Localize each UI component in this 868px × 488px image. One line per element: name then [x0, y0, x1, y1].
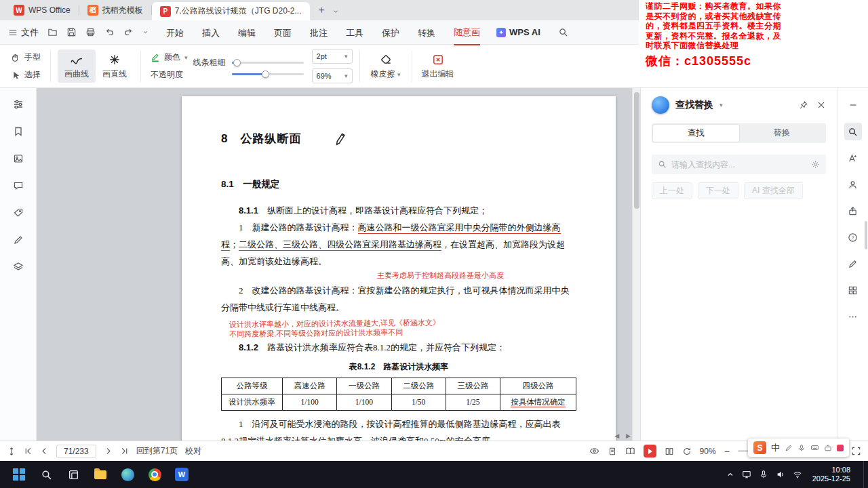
previous-page-icon[interactable] — [40, 447, 49, 455]
document-page[interactable]: 8 公路纵断面 8.1 一般规定 8.1.1 纵断面上的设计高程，即路基设计高程… — [182, 96, 616, 441]
draw-line-button[interactable]: 画直线 — [96, 49, 134, 83]
collapse-panel-icon[interactable] — [844, 96, 862, 114]
book-spread-view-icon[interactable] — [625, 446, 635, 456]
find-previous-button[interactable]: 上一处 — [652, 182, 692, 199]
chevron-down-icon[interactable]: ▾ — [719, 102, 723, 108]
app-tab[interactable]: W WPS Office — [5, 0, 79, 20]
first-page-icon[interactable] — [24, 447, 33, 455]
navigation-pane-icon[interactable] — [7, 447, 16, 456]
ime-mode-indicator[interactable]: 中 — [771, 442, 780, 454]
hand-tool-button[interactable]: 手型 — [8, 51, 43, 64]
last-page-icon[interactable] — [120, 447, 129, 455]
search-settings-gear-icon[interactable] — [811, 160, 820, 169]
rotate-refresh-icon[interactable] — [682, 447, 692, 456]
edit-pen-icon[interactable] — [844, 255, 862, 272]
ime-toolbox-icon[interactable] — [824, 444, 832, 452]
print-icon[interactable] — [85, 27, 96, 37]
eraser-button[interactable]: 橡皮擦 ▾ — [367, 49, 405, 83]
file-explorer-icon[interactable] — [89, 463, 112, 486]
horizontal-scroll-arrows[interactable]: ◀▶ — [614, 432, 631, 439]
layers-icon[interactable] — [13, 262, 24, 272]
file-menu[interactable]: 文件 — [8, 26, 39, 39]
assistant-avatar[interactable] — [652, 96, 669, 114]
ime-skin-icon[interactable] — [837, 445, 844, 451]
show-desktop-button[interactable] — [863, 461, 865, 488]
share-export-icon[interactable] — [844, 202, 862, 220]
save-icon[interactable] — [66, 27, 77, 37]
menu-tab-insert[interactable]: 插入 — [202, 20, 220, 45]
draw-curve-button[interactable]: 画曲线 — [58, 49, 96, 83]
tab-replace[interactable]: 替换 — [739, 125, 825, 142]
redo-icon[interactable] — [123, 27, 134, 37]
document-canvas[interactable]: 8 公路纵断面 8.1 一般规定 8.1.1 纵断面上的设计高程，即路基设计高程… — [37, 88, 640, 441]
docer-template-tab[interactable]: 稻 找稻壳模板 — [79, 0, 151, 20]
more-dots-icon[interactable] — [844, 308, 862, 325]
select-tool-button[interactable]: 选择 — [8, 68, 43, 81]
ime-pen-icon[interactable] — [785, 444, 793, 452]
help-icon[interactable]: ? — [844, 228, 862, 246]
opacity-dropdown[interactable]: 69% ▾ — [312, 68, 353, 83]
undo-icon[interactable] — [104, 27, 115, 37]
page-number-box[interactable]: 71/233 — [56, 445, 96, 458]
taskbar-clock[interactable]: 10:08 2025-12-25 — [810, 466, 856, 483]
menu-tab-home[interactable]: 开始 — [166, 20, 184, 45]
find-next-button[interactable]: 下一处 — [698, 182, 738, 199]
opacity-slider-knob[interactable] — [262, 70, 269, 78]
menu-tab-freedraw[interactable]: 随意画 — [454, 20, 480, 45]
columns-view-icon[interactable] — [665, 447, 674, 456]
next-page-icon[interactable] — [104, 447, 113, 455]
fullscreen-icon[interactable] — [851, 446, 861, 456]
zoom-value[interactable]: 90% — [700, 447, 716, 456]
menu-tab-page[interactable]: 页面 — [274, 20, 292, 45]
search-icon[interactable] — [558, 27, 568, 37]
close-icon[interactable] — [816, 100, 826, 110]
translate-icon[interactable] — [844, 149, 862, 167]
line-weight-dropdown[interactable]: 2pt ▾ — [312, 49, 353, 64]
color-picker-button[interactable]: 颜色 ▾ — [148, 51, 191, 64]
tray-chevron-up-icon[interactable] — [726, 470, 734, 479]
new-tab-button[interactable]: ＋ — [310, 3, 332, 20]
navigation-tune-icon[interactable] — [13, 99, 24, 110]
menu-tab-tools[interactable]: 工具 — [346, 20, 363, 45]
single-page-view-icon[interactable] — [608, 447, 617, 456]
start-button[interactable] — [7, 463, 31, 486]
comment-icon[interactable] — [13, 180, 24, 191]
document-vertical-scrollbar[interactable] — [632, 88, 640, 441]
tab-find[interactable]: 查找 — [653, 125, 739, 142]
apps-grid-icon[interactable] — [844, 281, 862, 299]
wps-ai-button[interactable]: ✦ WPS AI — [496, 27, 540, 37]
line-weight-slider-knob[interactable] — [233, 59, 241, 66]
tag-icon[interactable] — [13, 207, 24, 218]
tray-display-icon[interactable] — [742, 470, 751, 479]
tab-list-dropdown[interactable] — [332, 8, 343, 20]
menu-tab-comment[interactable]: 批注 — [310, 20, 328, 45]
chrome-browser-icon[interactable] — [143, 463, 166, 486]
panel-scrollbar-thumb[interactable] — [865, 221, 867, 249]
line-weight-slider[interactable] — [232, 62, 304, 64]
taskbar-search-icon[interactable] — [35, 463, 58, 486]
tray-volume-icon[interactable] — [776, 470, 785, 479]
highlighter-pen-icon[interactable] — [13, 235, 24, 245]
task-view-icon[interactable] — [62, 463, 85, 486]
back-to-page-button[interactable]: 回到第71页 — [136, 445, 178, 457]
menu-tab-edit[interactable]: 编辑 — [238, 20, 256, 45]
read-mode-eye-icon[interactable] — [589, 446, 599, 456]
edge-browser-icon[interactable] — [116, 463, 139, 486]
ime-keyboard-icon[interactable] — [810, 443, 819, 452]
tray-mic-icon[interactable] — [759, 470, 768, 479]
wps-app-icon[interactable]: W — [170, 463, 193, 486]
menu-tab-convert[interactable]: 转换 — [418, 20, 435, 45]
find-icon[interactable] — [844, 123, 862, 140]
exit-edit-button[interactable]: 退出编辑 — [419, 49, 457, 83]
play-read-aloud-button[interactable] — [644, 445, 656, 458]
bookmark-icon[interactable] — [13, 126, 24, 137]
ime-mic-icon[interactable] — [797, 444, 806, 452]
image-icon[interactable] — [13, 153, 24, 164]
proofread-button[interactable]: 校对 — [185, 445, 201, 457]
open-folder-icon[interactable] — [47, 27, 58, 37]
opacity-slider[interactable] — [232, 73, 304, 75]
scrollbar-thumb[interactable] — [634, 92, 639, 209]
sogou-logo-icon[interactable]: S — [753, 441, 766, 454]
pin-icon[interactable] — [799, 100, 808, 110]
chevron-down-icon[interactable] — [142, 29, 149, 35]
